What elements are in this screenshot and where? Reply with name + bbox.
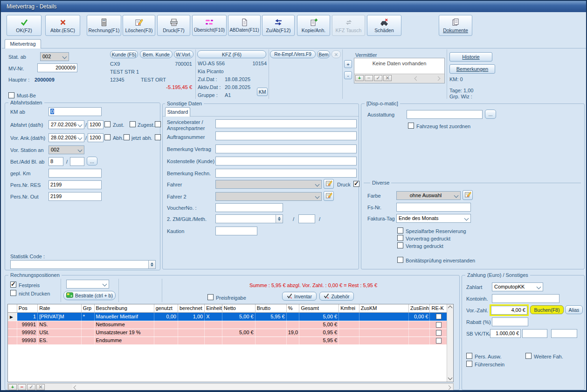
rabatt-input[interactable] <box>492 317 528 326</box>
prev-arrow-icon[interactable] <box>414 76 419 81</box>
rechnung-button[interactable]: Rechnung(F1) <box>87 15 121 36</box>
rate-select[interactable] <box>66 280 109 289</box>
re-empf-button[interactable]: Re-Empf./Vers.F9 <box>270 50 316 58</box>
table-row[interactable]: 1 [PRIVAT]M * Manueller Miettarif 0,00 1… <box>8 313 448 321</box>
bemerkung-rechn-input[interactable] <box>215 169 357 178</box>
fahrer2-select[interactable] <box>215 192 322 201</box>
column-header-prozent[interactable]: % <box>287 304 300 313</box>
farbe-select[interactable]: ohne Auswahl <box>396 191 461 200</box>
kaution-input[interactable] <box>215 227 257 235</box>
delete-position-button[interactable]: − <box>18 384 26 390</box>
column-header-rate[interactable]: Rate <box>38 304 82 313</box>
vermittler-minus-button[interactable]: - <box>344 71 352 79</box>
bet-more-button[interactable]: ... <box>87 157 97 165</box>
zugest-extra-checkbox[interactable] <box>155 121 161 127</box>
fahrer-edit-button[interactable] <box>324 179 334 189</box>
sb-vk-input[interactable]: 1.000,00 € <box>490 329 521 338</box>
column-header-zuseinh[interactable]: ZusEinh <box>409 304 430 313</box>
zubehoer-button[interactable]: Zubehör <box>319 292 354 301</box>
vertrag-gedruckt-checkbox[interactable] <box>397 242 403 248</box>
delete-record-button[interactable]: − <box>365 75 373 81</box>
jetzt-abh-checkbox[interactable] <box>155 134 161 140</box>
abdaten-button[interactable]: ABDaten(F11) <box>228 15 261 36</box>
column-header-brutto[interactable]: Brutto <box>256 304 287 313</box>
next-arrow-icon[interactable] <box>436 76 441 81</box>
vorvertrag-checkbox[interactable] <box>397 235 403 241</box>
km-ab-input[interactable]: 0 <box>48 107 102 116</box>
vor-ank-time-input[interactable]: 1200 <box>88 133 104 142</box>
jetzt-abh-pre-checkbox[interactable] <box>124 134 130 140</box>
tab-standard[interactable]: Standard <box>165 107 190 117</box>
voucher-input[interactable] <box>215 203 283 212</box>
table-row[interactable]: 99992 USt. Umsatzsteuer 19 % 5,00 € 19,0… <box>8 329 448 337</box>
must-be-checkbox[interactable] <box>8 92 14 98</box>
rek-checkbox[interactable] <box>436 338 442 344</box>
stat-ab-select[interactable]: 002 <box>40 52 69 61</box>
add-bl-input[interactable] <box>70 157 84 166</box>
zugest-checkbox[interactable] <box>130 121 136 127</box>
column-header-einheit[interactable]: Einheit <box>205 304 222 313</box>
pers-nr-out-input[interactable]: 2199 <box>48 192 102 201</box>
add-position-button[interactable]: + <box>8 384 17 390</box>
vor-zahl-input[interactable]: 4,00 € <box>491 306 527 315</box>
dokumente-button[interactable]: Dokumente <box>439 15 472 36</box>
loeschen-button[interactable]: Löschen(F3) <box>123 15 155 36</box>
rek-checkbox[interactable] <box>436 314 442 319</box>
zahlart-select[interactable]: ComputopKK <box>492 282 543 291</box>
abfahrt-date-select[interactable]: 27.02.2026 <box>48 120 84 129</box>
kontoinh-input[interactable] <box>492 294 559 303</box>
add-record-button[interactable]: + <box>355 75 364 81</box>
column-header-pos[interactable]: Pos <box>17 304 38 313</box>
bemerkung-vertrag-input[interactable] <box>215 144 357 153</box>
column-header-zuskm[interactable]: ZusKM <box>359 304 409 313</box>
scroll-up-icon[interactable] <box>448 306 453 310</box>
auftragsnummer-input[interactable] <box>215 131 357 140</box>
druck-button[interactable]: Druck(F7) <box>157 15 190 36</box>
festpreis-checkbox[interactable] <box>10 282 16 288</box>
ok-button[interactable]: OK(F2) <box>7 15 41 36</box>
tab-mietvertrag[interactable]: Mietvertrag <box>5 39 41 48</box>
pers-ausw-checkbox[interactable] <box>466 353 472 359</box>
fs-nr-input[interactable] <box>396 203 471 212</box>
farbe-edit-button[interactable] <box>463 190 473 200</box>
kunde-button[interactable]: Kunde (F5) <box>110 50 138 58</box>
statistik-code-input[interactable] <box>10 260 156 269</box>
inventar-button[interactable]: Inventar <box>282 292 317 301</box>
cancel-position-button[interactable]: ✕ <box>36 384 45 390</box>
druck-checkbox[interactable] <box>353 181 359 187</box>
fuehrerschein-checkbox[interactable] <box>466 361 472 367</box>
column-header-genutzt[interactable]: genutzt <box>154 304 178 313</box>
zm-spin-input[interactable] <box>215 214 283 223</box>
spinner-icon[interactable] <box>276 215 283 223</box>
table-row[interactable]: 99991 NS. Nettosumme 5,00 € <box>8 321 448 329</box>
fahrer2-edit-button[interactable] <box>324 191 334 201</box>
column-header-beschreibung[interactable]: Beschreibung <box>95 304 154 313</box>
scroll-down-icon[interactable] <box>448 376 453 380</box>
zm-gueltig-input[interactable] <box>298 214 315 223</box>
ausstattung-more-button[interactable]: ... <box>485 110 496 119</box>
scroll-left-icon[interactable] <box>74 385 78 390</box>
fahrzeug-fest-checkbox[interactable] <box>408 123 414 129</box>
scroll-right-icon[interactable] <box>447 385 451 390</box>
zuab-button[interactable]: Zu/Ab(F12) <box>262 15 295 36</box>
schaeden-button[interactable]: Schäden <box>367 15 401 36</box>
abort-button[interactable]: Abbr.(ESC) <box>45 15 80 36</box>
bonitaet-checkbox[interactable] <box>397 257 403 263</box>
post-position-button[interactable]: ✓ <box>27 384 35 390</box>
gepl-km-input[interactable] <box>48 169 102 178</box>
column-header-rek[interactable]: RE-K <box>430 304 448 313</box>
rek-checkbox[interactable] <box>436 322 442 328</box>
spinner-icon[interactable] <box>148 261 155 268</box>
pers-nr-res-input[interactable]: 2199 <box>48 180 102 189</box>
historie-button[interactable]: Historie <box>449 52 492 62</box>
column-header-netto[interactable]: Netto <box>222 304 256 313</box>
fahrer-select[interactable] <box>215 180 322 189</box>
horizontal-scrollbar[interactable] <box>72 384 452 390</box>
vor-ank-date-select[interactable]: 28.02.2026 <box>48 133 84 142</box>
bem-kunde-button[interactable]: Bem. Kunde <box>140 50 173 58</box>
kfz-button[interactable]: KFZ (F6) <box>197 50 266 58</box>
alias-button[interactable]: Alias <box>565 305 583 314</box>
bem-button[interactable]: Bem <box>317 50 330 58</box>
column-header-berechnet[interactable]: berechnet <box>178 304 205 313</box>
km-button[interactable]: KM <box>257 88 268 96</box>
